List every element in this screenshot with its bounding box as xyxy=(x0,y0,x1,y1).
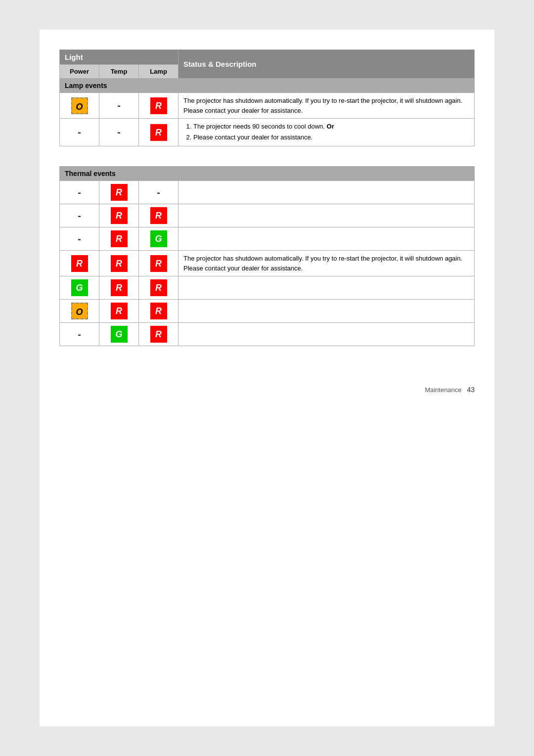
t1-lamp: - xyxy=(139,181,178,204)
light-header: Light xyxy=(60,50,178,65)
t5-lamp: R xyxy=(139,276,178,300)
t2-power: - xyxy=(60,204,99,227)
lamp-row2-power: - xyxy=(60,119,99,146)
lamp-events-table: Light Status & Description Power Temp La… xyxy=(59,49,475,146)
t3-temp: R xyxy=(99,227,139,251)
t6-desc xyxy=(178,300,475,323)
lamp-row-2: - - R The projector needs 90 seconds to … xyxy=(60,119,475,146)
t4-power: R xyxy=(60,251,99,276)
thermal-row-4: R R R The projector has shutdown automat… xyxy=(60,251,475,276)
t2-lamp: R xyxy=(139,204,178,227)
lamp-events-section: Lamp events xyxy=(60,79,475,93)
lamp-badge-R: R xyxy=(150,97,167,114)
thermal-row-1: - R - xyxy=(60,181,475,204)
page-footer: Maintenance 43 xyxy=(59,366,475,394)
lamp-row2-desc-item2: Please contact your dealer for assistanc… xyxy=(193,133,469,142)
lamp-row2-temp: - xyxy=(99,119,139,146)
t5-temp: R xyxy=(99,276,139,300)
temp-dash: - xyxy=(117,100,121,111)
power-dash: - xyxy=(78,127,81,137)
t2-temp: R xyxy=(99,204,139,227)
t3-desc xyxy=(178,227,475,251)
t6-temp: R xyxy=(99,300,139,323)
temp-subheader: Temp xyxy=(99,65,139,79)
lamp-row1-lamp: R xyxy=(139,93,178,119)
t7-lamp: R xyxy=(139,323,178,346)
lamp-row2-lamp: R xyxy=(139,119,178,146)
t6-power: O xyxy=(60,300,99,323)
t3-lamp: G xyxy=(139,227,178,251)
thermal-events-table: Thermal events - R - - R R xyxy=(59,166,475,346)
t4-lamp: R xyxy=(139,251,178,276)
lamp-row1-power: O xyxy=(60,93,99,119)
thermal-row-5: G R R xyxy=(60,276,475,300)
t5-power: G xyxy=(60,276,99,300)
lamp-badge-R2: R xyxy=(150,124,167,141)
t1-temp: R xyxy=(99,181,139,204)
footer-section: Maintenance xyxy=(425,386,461,394)
temp-dash2: - xyxy=(117,127,121,137)
lamp-row2-desc: The projector needs 90 seconds to cool d… xyxy=(178,119,475,146)
t7-desc xyxy=(178,323,475,346)
thermal-row-6: O R R xyxy=(60,300,475,323)
t4-desc: The projector has shutdown automatically… xyxy=(178,251,475,276)
t1-power: - xyxy=(60,181,99,204)
t7-power: - xyxy=(60,323,99,346)
thermal-row-7: - G R xyxy=(60,323,475,346)
lamp-row2-desc-item1: The projector needs 90 seconds to cool d… xyxy=(193,122,469,132)
lamp-subheader: Lamp xyxy=(139,65,178,79)
t1-desc xyxy=(178,181,475,204)
lamp-row1-temp: - xyxy=(99,93,139,119)
thermal-row-2: - R R xyxy=(60,204,475,227)
t6-lamp: R xyxy=(139,300,178,323)
thermal-row-3: - R G xyxy=(60,227,475,251)
page: Light Status & Description Power Temp La… xyxy=(40,30,494,726)
t2-desc xyxy=(178,204,475,227)
t4-temp: R xyxy=(99,251,139,276)
status-header: Status & Description xyxy=(178,50,475,79)
power-badge-O: O xyxy=(71,97,88,114)
power-subheader: Power xyxy=(60,65,99,79)
thermal-events-section: Thermal events xyxy=(60,167,475,181)
lamp-row-1: O - R The projector has shutdown automat… xyxy=(60,93,475,119)
t7-temp: G xyxy=(99,323,139,346)
t5-desc xyxy=(178,276,475,300)
t3-power: - xyxy=(60,227,99,251)
lamp-row1-desc: The projector has shutdown automatically… xyxy=(178,93,475,119)
footer-page: 43 xyxy=(467,386,475,394)
